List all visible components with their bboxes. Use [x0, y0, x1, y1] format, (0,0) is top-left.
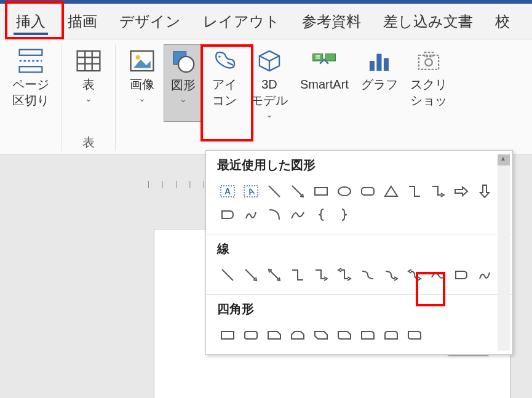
table-label: 表 — [82, 76, 95, 92]
shape-right-arrow[interactable] — [451, 181, 472, 202]
shape-line-arrow[interactable] — [287, 181, 308, 202]
svg-point-30 — [338, 187, 351, 196]
shape-right-brace[interactable] — [334, 204, 355, 225]
svg-rect-13 — [313, 54, 323, 62]
shape-elbow-double-arrow[interactable] — [334, 265, 355, 285]
svg-rect-35 — [221, 332, 234, 339]
shape-flowchart-alt[interactable] — [217, 204, 238, 225]
chevron-down-icon: ⌄ — [180, 94, 187, 104]
shape-round-same-side[interactable] — [381, 325, 402, 346]
chart-label: グラフ — [361, 76, 398, 92]
svg-rect-19 — [384, 58, 389, 71]
shape-scribble-line[interactable] — [474, 265, 495, 285]
shape-left-brace[interactable] — [311, 204, 332, 225]
svg-rect-29 — [315, 188, 327, 195]
shape-curve[interactable] — [427, 265, 448, 285]
shape-elbow-line[interactable] — [287, 265, 308, 285]
shape-snip-round[interactable] — [334, 325, 355, 346]
shape-textbox-horizontal[interactable]: A — [217, 181, 238, 202]
icons-button[interactable]: アイ コン — [205, 44, 244, 122]
ribbon: ページ 区切り 表 ⌄ 表 画像 ⌄ — [0, 39, 532, 155]
svg-rect-2 — [20, 66, 42, 72]
svg-text:A: A — [247, 186, 256, 197]
shape-curved-connector[interactable] — [357, 265, 378, 285]
shape-snip-single[interactable] — [264, 325, 285, 346]
shape-scribble[interactable] — [240, 204, 261, 225]
shape-elbow-connector[interactable] — [404, 181, 425, 202]
shape-curve-recent[interactable] — [287, 204, 308, 225]
shape-arc[interactable] — [264, 204, 285, 225]
svg-line-34 — [270, 271, 279, 279]
shape-round-single[interactable] — [357, 325, 378, 346]
shapes-label: 図形 — [171, 77, 196, 93]
icons-label: アイ コン — [212, 76, 237, 108]
shape-curved-double-arrow[interactable] — [404, 265, 425, 285]
svg-line-32 — [222, 269, 233, 281]
screenshot-icon — [415, 47, 443, 75]
3d-model-button[interactable]: 3D モデル ⌄ — [246, 44, 293, 122]
shape-freeform[interactable] — [451, 265, 472, 285]
shape-rectangle[interactable] — [311, 181, 332, 202]
chart-button[interactable]: グラフ — [356, 44, 403, 122]
svg-rect-14 — [326, 54, 336, 62]
tab-draw[interactable]: 描画 — [57, 6, 108, 38]
image-icon — [128, 47, 156, 75]
shape-triangle[interactable] — [381, 181, 402, 202]
shape-line-single-arrow[interactable] — [240, 265, 261, 285]
shape-rounded-rectangle[interactable] — [357, 181, 378, 202]
page-breaks-button[interactable]: ページ 区切り — [7, 44, 54, 111]
shape-elbow-arrow-connector[interactable] — [427, 181, 448, 202]
tab-mailings[interactable]: 差し込み文書 — [372, 6, 484, 38]
svg-point-9 — [136, 55, 140, 60]
section-rectangles-title: 四角形 — [217, 301, 501, 317]
chart-icon — [365, 47, 394, 75]
shape-round-diagonal[interactable] — [404, 325, 425, 346]
shapes-button[interactable]: 図形 ⌄ — [164, 44, 203, 122]
shape-line-plain[interactable] — [217, 265, 238, 285]
table-group-label: 表 — [82, 134, 95, 151]
chevron-down-icon: ⌄ — [85, 94, 92, 103]
tab-insert[interactable]: 挿入 — [5, 6, 57, 38]
scrollbar-thumb[interactable] — [498, 154, 510, 165]
tab-design[interactable]: デザイン — [108, 6, 192, 38]
shape-snip-diagonal[interactable] — [311, 325, 332, 346]
svg-point-11 — [178, 57, 194, 72]
shape-rect[interactable] — [217, 325, 238, 346]
smartart-icon — [310, 47, 338, 75]
chevron-down-icon: ⌄ — [266, 109, 273, 119]
shape-curved-arrow-connector[interactable] — [381, 265, 402, 285]
image-button[interactable]: 画像 ⌄ — [123, 44, 161, 122]
svg-rect-20 — [419, 55, 439, 70]
dropdown-scrollbar[interactable] — [498, 154, 510, 351]
3d-model-label: 3D モデル — [251, 76, 288, 108]
svg-line-28 — [292, 186, 302, 196]
svg-line-33 — [245, 269, 255, 279]
svg-rect-36 — [245, 332, 257, 339]
svg-line-27 — [269, 186, 280, 197]
ribbon-group-pages: ページ 区切り — [0, 44, 62, 151]
section-lines: 線 — [206, 234, 512, 295]
screenshot-button[interactable]: スクリ ショッ — [405, 44, 452, 122]
page-breaks-icon — [17, 47, 45, 75]
tab-layout[interactable]: レイアウト — [192, 6, 291, 38]
tab-review[interactable]: 校 — [484, 6, 521, 38]
tab-references[interactable]: 参考資料 — [291, 6, 372, 38]
shape-rounded-rect[interactable] — [240, 325, 261, 346]
ribbon-group-tables: 表 ⌄ 表 — [62, 44, 116, 151]
shape-line[interactable] — [264, 181, 285, 202]
icons-icon — [210, 47, 239, 75]
section-recent-title: 最近使用した図形 — [217, 157, 501, 173]
shape-elbow-arrow[interactable] — [311, 265, 332, 285]
svg-rect-17 — [370, 61, 375, 71]
section-lines-title: 線 — [217, 241, 501, 257]
page-breaks-label: ページ 区切り — [12, 76, 49, 108]
shape-textbox-vertical[interactable]: A — [240, 181, 261, 202]
shape-down-arrow[interactable] — [474, 181, 495, 202]
table-button[interactable]: 表 ⌄ — [69, 44, 108, 106]
table-icon — [74, 47, 103, 75]
smartart-button[interactable]: SmartArt — [295, 44, 354, 122]
shape-line-double-arrow[interactable] — [264, 265, 285, 285]
shape-snip-same-side[interactable] — [287, 325, 308, 346]
shape-oval[interactable] — [334, 181, 355, 202]
svg-point-12 — [218, 55, 220, 57]
